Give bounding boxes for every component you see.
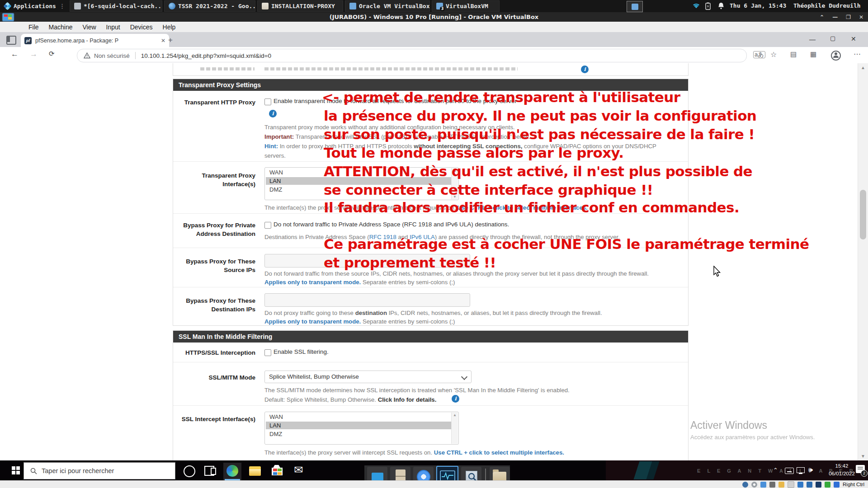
new-tab-icon[interactable]: + — [168, 36, 173, 45]
reload-icon[interactable]: ⟳ — [49, 50, 55, 58]
volume-tray-icon[interactable]: 🕪 — [808, 466, 813, 474]
mail-icon[interactable]: ✉ — [294, 464, 306, 475]
annotation-line: et proprement testé !! — [324, 254, 496, 271]
taskbar-window-browser[interactable]: TSSR 2021-2022 - Goo... — [164, 0, 255, 12]
menu-devices[interactable]: Devices — [125, 23, 158, 31]
row-ssl-intercept-interfaces: SSL Intercept Interface(s) WAN LAN DMZ ▲… — [173, 405, 688, 460]
annotation-line: ATTENTION, dès qu'il est activé, il n'es… — [324, 163, 752, 179]
menu-input[interactable]: Input — [101, 23, 125, 31]
row-ssl-interception: HTTPS/SSL Interception Enable SSL filter… — [173, 343, 688, 362]
profile-icon[interactable] — [831, 51, 841, 61]
wifi-icon[interactable] — [693, 3, 700, 10]
vbox-menubar: File Machine View Input Devices Help — [0, 22, 868, 33]
hidden-icons-chevron[interactable]: ⌃ — [773, 467, 778, 474]
vbox-display-icon[interactable] — [797, 482, 803, 488]
vbox-close-icon[interactable]: ✕ — [859, 14, 863, 20]
row-bypass-destination: Bypass Proxy for TheseDestination IPs Do… — [173, 287, 688, 325]
menu-help[interactable]: Help — [158, 23, 181, 31]
edge-maximize-icon[interactable]: ▢ — [830, 35, 835, 42]
security-label: Non sécurisé — [94, 52, 130, 59]
cortana-icon[interactable] — [184, 465, 195, 477]
edge-tabstrip: pf pfSense.home.arpa - Package: P ✕ + — … — [0, 32, 868, 47]
page-scrollbar[interactable]: ▲ ▼ — [858, 63, 868, 460]
screen: Applications ⋮ *[6-squid-local-cach... T… — [0, 0, 868, 488]
ssl-mitm-mode-select[interactable]: Splice Whitelist, Bump Otherwise — [264, 371, 472, 383]
task-view-icon[interactable] — [204, 466, 216, 478]
virtualbox-icon — [349, 3, 356, 9]
pfsense-favicon: pf — [24, 37, 32, 44]
menu-view[interactable]: View — [77, 23, 101, 31]
vbox-network-icon[interactable] — [769, 482, 775, 488]
option-dmz[interactable]: DMZ — [266, 430, 451, 438]
info-icon[interactable]: i — [452, 395, 459, 403]
tab-actions-icon[interactable] — [6, 36, 16, 45]
notification-bell-icon[interactable] — [718, 2, 724, 11]
vbox-sharedfolders-icon[interactable] — [788, 481, 794, 488]
vbox-recording-icon[interactable] — [807, 482, 812, 488]
vbox-mouse-icon[interactable] — [825, 482, 830, 488]
window-count-badge: 3 — [440, 6, 445, 11]
browser-icon — [169, 3, 175, 9]
file-explorer-icon[interactable] — [249, 466, 261, 478]
vbox-cd-icon[interactable] — [751, 482, 757, 488]
host-top-panel: Applications ⋮ *[6-squid-local-cach... T… — [0, 0, 868, 12]
microsoft-store-icon[interactable] — [272, 465, 283, 477]
edge-taskbar-icon[interactable] — [226, 465, 238, 477]
listbox-scrollbar[interactable]: ▲ — [451, 413, 458, 444]
forward-icon[interactable]: → — [30, 50, 38, 59]
back-icon[interactable]: ← — [11, 50, 19, 59]
enable-ssl-filtering-checkbox[interactable] — [264, 349, 271, 356]
ssl-intercept-interfaces-listbox[interactable]: WAN LAN DMZ ▲ — [264, 412, 459, 445]
translate-icon[interactable]: aあ — [753, 51, 765, 58]
settings-menu-icon[interactable]: ⋯ — [854, 50, 861, 58]
annotation-line: la présence du proxy. Il ne peut pas voi… — [324, 108, 756, 124]
option-lan-selected[interactable]: LAN — [266, 422, 451, 429]
virtualbox-vm-icon: 3 — [436, 3, 443, 9]
taskbar-window-filemanager[interactable]: INSTALLATION-PROXY — [257, 0, 343, 12]
enable-transparent-checkbox[interactable] — [264, 99, 271, 105]
vbox-titlebar[interactable]: (JURABOIS) - Windows 10 Pro [Running] - … — [0, 12, 868, 22]
taskbar-window-virtualbox[interactable]: Oracle VM VirtualBox... — [345, 0, 430, 12]
row-ssl-mitm-mode: SSL/MITM Mode Splice Whitelist, Bump Oth… — [173, 362, 688, 406]
mouse-cursor — [713, 266, 722, 279]
bypass-private-checkbox[interactable] — [264, 222, 271, 229]
vbox-hdd-icon[interactable] — [742, 482, 748, 488]
search-placeholder: Taper ici pour rechercher — [42, 467, 114, 474]
taskbar-window-virtualboxvm[interactable]: 3 VirtualBoxVM — [432, 0, 500, 12]
workspace-switcher[interactable] — [627, 1, 643, 12]
menu-file[interactable]: File — [24, 23, 44, 31]
vbox-audio-icon[interactable] — [760, 482, 766, 488]
annotation-line: se connecter à cette interface graphique… — [324, 182, 653, 198]
battery-icon[interactable] — [705, 2, 711, 11]
clipped-previous-row: i — [173, 63, 689, 76]
browser-tab[interactable]: pf pfSense.home.arpa - Package: P ✕ — [21, 34, 169, 47]
taskbar-clock[interactable]: 15:42 06/01/2022 — [826, 462, 858, 478]
scrollbar-thumb[interactable] — [860, 190, 866, 239]
info-icon[interactable]: i — [581, 66, 589, 73]
host-user: Théophile Dudreuilh — [793, 2, 861, 9]
bypass-destination-input[interactable] — [264, 293, 470, 307]
vbox-maximize-icon[interactable]: ❐ — [846, 14, 851, 20]
taskbar-window-texteditor[interactable]: *[6-squid-local-cach... — [70, 0, 162, 12]
vbox-shade-icon[interactable]: ⌃ — [820, 14, 824, 20]
edge-close-icon[interactable]: ✕ — [851, 35, 856, 42]
vbox-features-icon[interactable] — [816, 482, 821, 488]
tab-close-icon[interactable]: ✕ — [161, 38, 165, 44]
applications-menu[interactable]: Applications ⋮ — [0, 3, 70, 9]
vbox-usb-icon[interactable] — [778, 482, 784, 488]
menu-machine[interactable]: Machine — [44, 23, 78, 31]
edge-minimize-icon[interactable]: — — [809, 36, 816, 43]
keyboard-tray-icon[interactable] — [785, 468, 794, 474]
start-button[interactable] — [12, 466, 20, 474]
collections-icon[interactable]: ▤ — [790, 50, 797, 58]
taskbar-search[interactable]: Taper ici pour rechercher — [24, 462, 175, 479]
extensions-icon[interactable]: ▦ — [810, 50, 816, 58]
address-bar[interactable]: Non sécurisé 10.100.1.254/pkg_edit.php?x… — [77, 49, 747, 62]
annotation-line: <- permet de rendre transparent à l'util… — [322, 89, 680, 105]
network-tray-icon[interactable] — [797, 467, 805, 473]
info-icon[interactable]: i — [269, 110, 277, 117]
option-wan[interactable]: WAN — [266, 413, 451, 421]
favorites-star-icon[interactable]: ☆ — [770, 50, 777, 59]
vbox-keyboard-icon[interactable] — [834, 482, 840, 488]
vbox-minimize-icon[interactable]: — — [832, 14, 838, 20]
